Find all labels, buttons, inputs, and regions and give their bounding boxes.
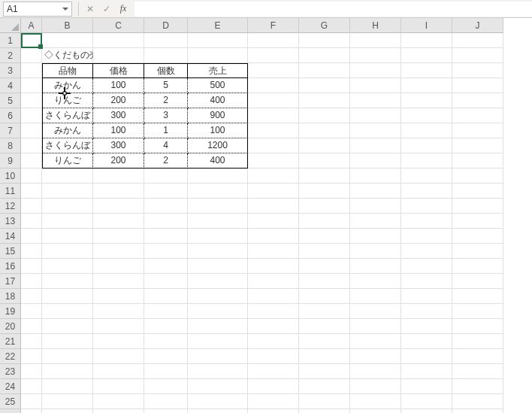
cell[interactable] — [401, 379, 452, 394]
cell[interactable]: 500 — [188, 78, 248, 93]
cell[interactable] — [93, 184, 144, 199]
cell[interactable] — [452, 138, 503, 153]
cell[interactable] — [299, 409, 350, 413]
cell[interactable] — [42, 349, 93, 364]
row-header[interactable]: 5 — [0, 93, 21, 108]
cell[interactable] — [248, 244, 299, 259]
cell[interactable] — [350, 138, 401, 153]
cell[interactable] — [188, 334, 248, 349]
cell[interactable] — [401, 334, 452, 349]
cell[interactable] — [21, 169, 42, 184]
column-header[interactable]: E — [188, 18, 248, 33]
cell[interactable] — [42, 319, 93, 334]
cell[interactable]: 300 — [93, 138, 144, 153]
cell[interactable] — [144, 364, 188, 379]
cell[interactable]: 400 — [188, 153, 248, 169]
cell[interactable] — [299, 379, 350, 394]
cell[interactable] — [188, 319, 248, 334]
cell[interactable]: 200 — [93, 153, 144, 169]
cell[interactable] — [21, 259, 42, 274]
cell[interactable] — [350, 289, 401, 304]
cell[interactable] — [144, 33, 188, 48]
cell[interactable] — [21, 93, 42, 108]
cell[interactable] — [93, 319, 144, 334]
cell[interactable] — [299, 108, 350, 123]
cell[interactable] — [350, 123, 401, 138]
row-header[interactable]: 6 — [0, 108, 21, 123]
cell[interactable] — [350, 349, 401, 364]
cell[interactable] — [401, 244, 452, 259]
cell[interactable] — [299, 319, 350, 334]
cell[interactable] — [42, 409, 93, 413]
enter-button[interactable]: ✓ — [98, 2, 115, 17]
column-header[interactable]: F — [248, 18, 299, 33]
cell[interactable] — [188, 364, 248, 379]
cell[interactable] — [188, 289, 248, 304]
cell[interactable] — [401, 33, 452, 48]
cell[interactable] — [248, 108, 299, 123]
cell[interactable]: りんご — [42, 153, 93, 169]
cell[interactable] — [21, 349, 42, 364]
cell[interactable] — [188, 184, 248, 199]
cell[interactable] — [452, 409, 503, 413]
cell[interactable] — [350, 319, 401, 334]
cell[interactable] — [21, 78, 42, 93]
cell[interactable] — [42, 394, 93, 409]
cell[interactable] — [21, 63, 42, 78]
cell[interactable] — [350, 274, 401, 289]
cell[interactable] — [21, 153, 42, 169]
cell[interactable]: 品物 — [42, 63, 93, 78]
cell[interactable] — [401, 259, 452, 274]
row-header[interactable]: 20 — [0, 319, 21, 334]
cell[interactable] — [401, 274, 452, 289]
cell[interactable] — [401, 409, 452, 413]
cell[interactable] — [299, 78, 350, 93]
cell[interactable] — [188, 244, 248, 259]
cell[interactable] — [188, 274, 248, 289]
cell[interactable] — [299, 274, 350, 289]
cell[interactable] — [452, 319, 503, 334]
cell[interactable] — [299, 153, 350, 169]
cell[interactable] — [452, 244, 503, 259]
cell[interactable] — [144, 259, 188, 274]
cell[interactable] — [299, 93, 350, 108]
cell[interactable]: 売上 — [188, 63, 248, 78]
cell[interactable] — [248, 153, 299, 169]
cell[interactable] — [452, 123, 503, 138]
cell[interactable] — [188, 214, 248, 229]
cell[interactable] — [452, 364, 503, 379]
cell[interactable] — [401, 349, 452, 364]
cell[interactable] — [144, 289, 188, 304]
cell[interactable] — [93, 244, 144, 259]
name-box[interactable]: A1 — [3, 2, 72, 17]
cell[interactable] — [452, 289, 503, 304]
cell[interactable] — [21, 48, 42, 63]
insert-function-button[interactable]: fx — [115, 2, 131, 17]
cell[interactable] — [21, 334, 42, 349]
row-header[interactable]: 11 — [0, 184, 21, 199]
row-header[interactable]: 9 — [0, 153, 21, 169]
cell[interactable] — [350, 33, 401, 48]
column-header[interactable]: G — [299, 18, 350, 33]
cell[interactable] — [188, 199, 248, 214]
cell[interactable] — [93, 334, 144, 349]
cell[interactable] — [401, 184, 452, 199]
cell[interactable] — [93, 199, 144, 214]
cell[interactable] — [401, 304, 452, 319]
cell[interactable] — [93, 169, 144, 184]
cell[interactable] — [248, 78, 299, 93]
cell[interactable] — [299, 169, 350, 184]
cell[interactable] — [350, 108, 401, 123]
cell[interactable] — [93, 48, 144, 63]
row-header[interactable]: 14 — [0, 229, 21, 244]
cell[interactable] — [93, 379, 144, 394]
cell[interactable] — [452, 214, 503, 229]
cell[interactable] — [248, 409, 299, 413]
cell[interactable] — [248, 334, 299, 349]
cell[interactable] — [452, 93, 503, 108]
cell[interactable] — [21, 304, 42, 319]
cell[interactable] — [188, 169, 248, 184]
row-header[interactable]: 16 — [0, 259, 21, 274]
cell[interactable] — [21, 214, 42, 229]
cell[interactable] — [21, 244, 42, 259]
